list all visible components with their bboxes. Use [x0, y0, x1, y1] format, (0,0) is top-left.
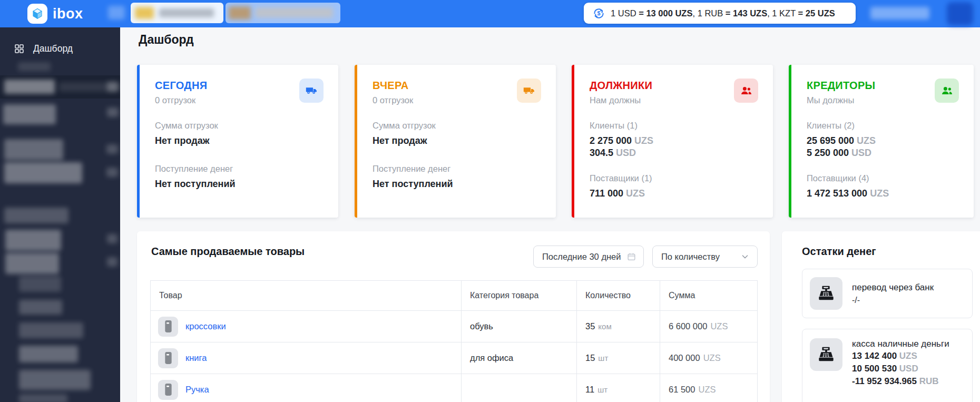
calendar-icon [627, 252, 636, 261]
table-row: Ручка 11шт 61 500UZS [151, 374, 757, 402]
stat-value: Нет поступлений [155, 179, 324, 190]
product-link[interactable]: кроссовки [185, 321, 226, 331]
stat-card-yesterday: ВЧЕРА 0 отгрузок Сумма отгрузок Нет прод… [355, 65, 556, 218]
redacted-header-tab[interactable] [131, 3, 223, 23]
redacted-sidebar-subitem[interactable] [19, 394, 67, 402]
amount-line: 25 695 000 UZS [807, 135, 959, 147]
grid-icon [14, 43, 25, 54]
table-row: книга для офиса 15шт 400 000UZS [151, 342, 757, 374]
products-table: Товар Категория товара Количество Сумма … [150, 280, 758, 402]
top-products-panel: Самые продаваемые товары Последние 30 дн… [137, 231, 770, 402]
stat-label: Сумма отгрузок [155, 121, 324, 131]
redacted-sidebar-subitem[interactable] [19, 346, 78, 362]
stat-value: Нет поступлений [373, 179, 541, 190]
page-title: Дашборд [139, 33, 194, 47]
redacted-sidebar-subitem[interactable] [19, 300, 62, 315]
col-header: Количество [576, 281, 660, 310]
truck-icon [299, 79, 324, 103]
card-accent [789, 65, 791, 218]
qty-unit: шт [598, 354, 608, 362]
redacted-sidebar-subitem[interactable] [19, 322, 83, 338]
currency-rates-text: 1 USD = 13 000 UZS, 1 RUB = 143 UZS, 1 K… [611, 8, 835, 18]
redacted-sidebar-item[interactable] [4, 139, 63, 160]
product-icon [158, 348, 178, 368]
card-title: ВЧЕРА [373, 80, 541, 92]
redacted-sidebar-item[interactable] [5, 230, 61, 251]
money-balances-panel: Остатки денег перевод через бан [782, 231, 980, 402]
table-row: кроссовки обувь 35ком 6 600 000UZS [151, 310, 757, 342]
product-category [461, 374, 576, 402]
panel-title: Остатки денег [802, 246, 876, 258]
redacted-sidebar-item[interactable] [3, 104, 56, 124]
product-qty: 11 [585, 385, 594, 395]
stat-card-creditors: КРЕДИТОРЫ Мы должны Клиенты (2) 25 695 0… [789, 65, 974, 218]
product-link[interactable]: Ручка [185, 385, 209, 395]
top-bar: ibox $ 1 USD = 13 000 UZS, 1 RUB [0, 0, 980, 27]
redacted-sidebar-subitem[interactable] [19, 370, 91, 390]
redacted-sidebar-item[interactable] [5, 253, 59, 274]
svg-text:$: $ [597, 10, 600, 16]
stat-value: Нет продаж [155, 135, 324, 146]
product-category: для офиса [461, 342, 576, 374]
product-category: обувь [461, 311, 576, 342]
amount-line: 5 250 000 USD [807, 147, 959, 159]
card-subtitle: 0 отгрузок [373, 95, 541, 105]
card-title: СЕГОДНЯ [155, 80, 324, 92]
sidebar-item-dashboard[interactable]: Дашборд [0, 38, 120, 59]
account-amount: 10 500 530 USD [852, 362, 949, 375]
stat-label: Поступление денег [373, 164, 541, 174]
account-name: перевод через банк [852, 282, 934, 293]
stat-value: Нет продаж [373, 135, 541, 146]
people-icon [734, 79, 758, 103]
redacted-sidebar-subitem[interactable] [19, 276, 61, 292]
cash-register-icon [810, 277, 842, 310]
product-sum: 400 000UZS [660, 342, 757, 374]
account-amount: 13 142 400 UZS [852, 350, 949, 362]
sort-filter-select[interactable]: По количеству [652, 246, 758, 268]
redacted-header-tab[interactable] [226, 3, 340, 23]
account-card: касса наличные деньги 13 142 400 UZS 10 … [802, 329, 973, 402]
amount-line: 304.5 USD [590, 147, 758, 159]
sidebar: Дашборд [0, 27, 120, 402]
currency-rates-widget[interactable]: $ 1 USD = 13 000 UZS, 1 RUB = 143 UZS, 1… [584, 3, 856, 24]
app-logo[interactable]: ibox [27, 4, 83, 24]
product-link[interactable]: книга [185, 353, 207, 363]
card-accent [572, 65, 574, 218]
folder-icon [135, 7, 154, 19]
redacted-user-name [870, 7, 929, 19]
account-card: перевод через банк -/- [802, 269, 973, 318]
people-icon [935, 79, 959, 103]
redacted-sidebar-item-active[interactable] [0, 75, 120, 99]
currency-refresh-icon: $ [592, 7, 605, 20]
period-filter-button[interactable]: Последние 30 дней [533, 246, 644, 268]
redacted-sidebar-item[interactable] [18, 62, 51, 71]
col-header: Категория товара [461, 281, 576, 310]
sidebar-item-label: Дашборд [33, 43, 73, 54]
redacted-sidebar-item[interactable] [4, 162, 82, 183]
amount-line: 1 472 513 000 UZS [807, 188, 959, 200]
stat-label: Поставщики (1) [590, 173, 758, 183]
chevron-down-icon [740, 252, 750, 261]
stat-card-debtors: ДОЛЖНИКИ Нам должны Клиенты (1) 2 275 00… [572, 65, 773, 218]
redacted-header-item[interactable] [108, 6, 125, 19]
stat-label: Поставщики (4) [807, 173, 959, 183]
product-sum: 6 600 000UZS [660, 311, 757, 342]
redacted-user-menu[interactable] [947, 2, 973, 25]
account-empty-value: -/- [852, 296, 934, 305]
logo-label: ibox [53, 6, 83, 22]
stat-label: Клиенты (2) [807, 121, 959, 131]
product-icon [158, 317, 178, 337]
table-header-row: Товар Категория товара Количество Сумма [151, 281, 757, 310]
account-amount: -11 952 934.965 RUB [852, 375, 949, 388]
qty-unit: шт [597, 385, 607, 394]
stat-label: Поступление денег [155, 164, 324, 174]
amount-line: 2 275 000 UZS [590, 135, 758, 147]
card-accent [137, 65, 140, 218]
redacted-sidebar-item[interactable] [4, 208, 68, 223]
card-subtitle: Нам должны [590, 95, 758, 105]
account-name: касса наличные деньги [852, 338, 949, 350]
product-sum: 61 500UZS [660, 374, 757, 402]
qty-unit: ком [598, 322, 611, 331]
amount-line: 711 000 UZS [590, 188, 758, 200]
col-header: Сумма [660, 281, 757, 310]
